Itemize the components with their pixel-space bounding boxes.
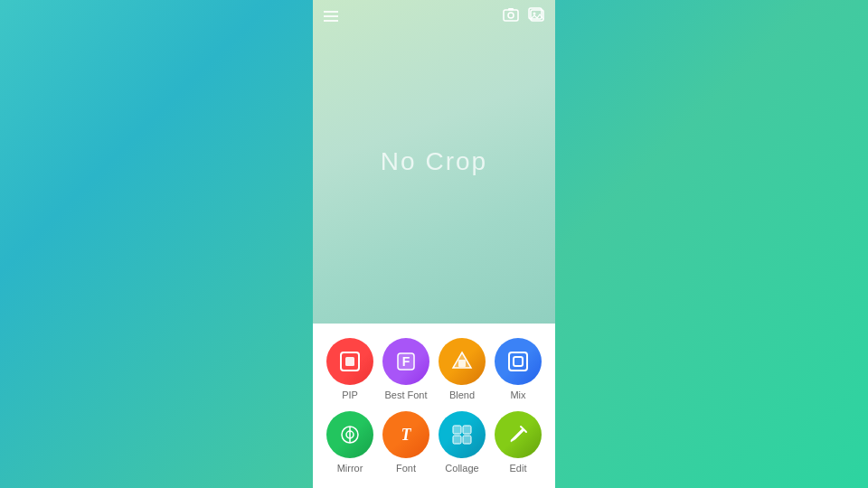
tools-row-1: PIP F Best Font Blend <box>322 338 546 400</box>
pip-label: PIP <box>342 389 358 400</box>
mirror-label: Mirror <box>337 463 363 474</box>
gallery-icon[interactable] <box>528 7 544 25</box>
blend-label: Blend <box>449 389 475 400</box>
menu-icon[interactable] <box>324 11 338 22</box>
svg-rect-13 <box>514 357 523 366</box>
font-label: Font <box>396 463 416 474</box>
tool-collage[interactable]: Collage <box>439 411 486 474</box>
bestfont-label: Best Font <box>384 389 427 400</box>
svg-text:F: F <box>402 354 410 369</box>
svg-rect-7 <box>345 357 354 366</box>
tool-best-font[interactable]: F Best Font <box>382 338 429 400</box>
svg-point-1 <box>508 13 514 18</box>
tools-row-2: Mirror T Font <box>322 411 546 474</box>
camera-icon[interactable] <box>503 7 519 25</box>
mirror-circle <box>326 411 373 458</box>
pip-circle <box>326 338 373 385</box>
tool-mirror[interactable]: Mirror <box>326 411 373 474</box>
svg-text:T: T <box>401 426 412 444</box>
top-bar <box>313 0 555 33</box>
edit-label: Edit <box>510 463 527 474</box>
svg-rect-0 <box>504 10 518 21</box>
svg-point-5 <box>533 13 536 15</box>
phone-frame: No Crop PIP F <box>313 0 555 488</box>
canvas-title: No Crop <box>381 147 487 176</box>
svg-rect-21 <box>463 436 471 444</box>
svg-rect-2 <box>508 8 514 11</box>
collage-label: Collage <box>445 463 478 474</box>
svg-rect-20 <box>453 436 461 444</box>
mix-circle <box>495 338 542 385</box>
bestfont-circle: F <box>382 338 429 385</box>
collage-circle <box>439 411 486 458</box>
svg-rect-11 <box>458 360 466 367</box>
tool-mix[interactable]: Mix <box>495 338 542 400</box>
font-circle: T <box>382 411 429 458</box>
mix-label: Mix <box>510 389 525 400</box>
tool-blend[interactable]: Blend <box>439 338 486 400</box>
canvas-area[interactable]: No Crop <box>313 0 555 324</box>
tools-panel: PIP F Best Font Blend <box>313 324 555 488</box>
blend-circle <box>439 338 486 385</box>
edit-circle <box>495 411 542 458</box>
tool-edit[interactable]: Edit <box>495 411 542 474</box>
svg-rect-12 <box>509 352 527 371</box>
svg-rect-19 <box>463 426 471 434</box>
svg-rect-18 <box>453 426 461 434</box>
tool-pip[interactable]: PIP <box>326 338 373 400</box>
tool-font[interactable]: T Font <box>382 411 429 474</box>
